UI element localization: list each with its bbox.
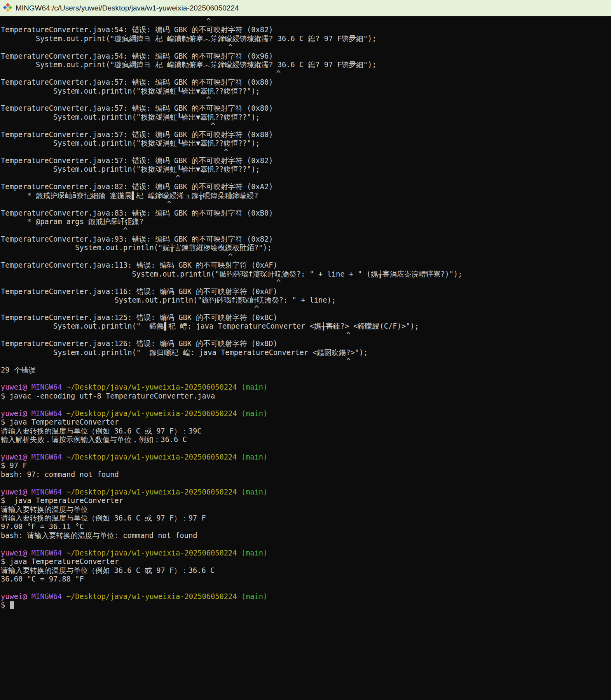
program-output-line: 请输入要转换的温度与单位（例如 36.6 C 或 97 F）：36.6 C (1, 566, 611, 575)
compiler-error-line: TemperatureConverter.java:54: 错误: 编码 GBK… (1, 26, 611, 34)
command-line: $ java TemperatureConverter (1, 557, 611, 566)
source-code-line: System.out.println(" 鍗曟▌杞 嶆: java Temper… (1, 322, 611, 331)
compiler-error-line: TemperatureConverter.java:57: 错误: 编码 GBK… (1, 157, 611, 165)
prompt-msystem: MINGW64 (27, 383, 62, 391)
caret-line: ^ (1, 226, 611, 235)
prompt-user: yuwei@ (1, 488, 27, 496)
prompt-branch: (main) (237, 409, 268, 418)
source-code-line: System.out.print("璇疯緭鍏ヨ 杞 崲鐨勬俯搴︿笌鍗曚綅锛堜緥濡… (1, 35, 611, 43)
caret-line: ^ (1, 17, 611, 26)
blank-line (1, 400, 611, 409)
blank-line (1, 374, 611, 383)
program-output-line: 36.60 °C = 97.88 °F (1, 575, 611, 583)
caret-line: ^ (1, 70, 611, 78)
command-line: $ java TemperatureConverter (1, 496, 611, 505)
caret-line: ^ (1, 357, 611, 366)
blank-line (1, 540, 611, 549)
prompt-line: yuwei@ MINGW64 ~/Desktop/java/w1-yuweixi… (1, 592, 611, 601)
prompt-user: yuwei@ (1, 409, 27, 418)
source-code-line: System.out.println("鏃犳硶瑙f瀽琛屽唴瀹癸?: " + li… (1, 296, 611, 305)
compiler-error-line: TemperatureConverter.java:113: 错误: 编码 GB… (1, 261, 611, 270)
compiler-error-line: TemperatureConverter.java:82: 错误: 编码 GBK… (1, 183, 611, 191)
prompt-line: yuwei@ MINGW64 ~/Desktop/java/w1-yuweixi… (1, 383, 611, 392)
prompt-user: yuwei@ (1, 453, 27, 461)
prompt-user: yuwei@ (1, 549, 27, 557)
prompt-branch: (main) (237, 383, 268, 391)
caret-line: ^ (1, 174, 611, 183)
prompt-line: yuwei@ MINGW64 ~/Desktop/java/w1-yuweixi… (1, 409, 611, 418)
source-code-line: System.out.println("鏃犳硶瑙f瀽琛屽唴瀹癸?: " + li… (1, 270, 611, 279)
source-code-line: * @param args 鍛戒护琛屽弬鏁? (1, 218, 611, 226)
program-output-line: 请输入要转换的温度与单位（例如 36.6 C 或 97 F）：39C (1, 427, 611, 435)
source-code-line: System.out.println("杈撳叆涓虹┖锛岀▼搴忛??鍑恒??"); (1, 113, 611, 122)
source-code-line: System.out.println("杈撳叆涓虹┖锛岀▼搴忛??鍑恒??"); (1, 139, 611, 148)
prompt-path: ~/Desktop/java/w1-yuweixia-202506050224 (62, 488, 237, 496)
command-line: $ 97 F (1, 461, 611, 470)
caret-line: ^ (1, 200, 611, 209)
prompt-line: yuwei@ MINGW64 ~/Desktop/java/w1-yuweixi… (1, 453, 611, 461)
compiler-error-line: TemperatureConverter.java:125: 错误: 编码 GB… (1, 313, 611, 322)
command-line: $ javac -encoding utf-8 TemperatureConve… (1, 392, 611, 400)
msys2-logo-icon (3, 3, 13, 13)
terminal-screen[interactable]: ^TemperatureConverter.java:54: 错误: 编码 GB… (0, 16, 611, 610)
cursor-line: $ (1, 601, 611, 609)
caret-line: ^ (1, 122, 611, 130)
source-code-line: System.out.println("杈撳叆涓虹┖锛岀▼搴忛??鍑恒??"); (1, 165, 611, 174)
program-output-line: 请输入要转换的温度与单位（例如 36.6 C 或 97 F）：97 F (1, 514, 611, 522)
caret-line: ^ (1, 96, 611, 104)
source-code-line: System.out.println("娓╁害鍊煎繀椤绘槸鏁板瓧銆?"); (1, 244, 611, 252)
compiler-error-line: TemperatureConverter.java:126: 错误: 编码 GB… (1, 340, 611, 348)
command-line: $ java TemperatureConverter (1, 418, 611, 427)
prompt-branch: (main) (237, 549, 268, 557)
caret-line: ^ (1, 279, 611, 287)
caret-line: ^ (1, 252, 611, 261)
source-code-line: * 鍛戒护琛屾ā寮忋細鍮 寔鍦晨▌杞 崲鍗曚綅浠ュ鎵╁睍鍏朵粬鍗曚綅? (1, 192, 611, 200)
program-output-line: bash: 97: command not found (1, 470, 611, 479)
source-code-line: System.out.print("璇疯緭鍏ヨ 杞 崲鐨勬俯搴︿笌鍗曚綅锛堜緥濡… (1, 61, 611, 69)
compiler-error-line: TemperatureConverter.java:57: 错误: 编码 GBK… (1, 78, 611, 87)
compiler-error-line: TemperatureConverter.java:93: 错误: 编码 GBK… (1, 235, 611, 244)
caret-line: ^ (1, 148, 611, 157)
prompt-path: ~/Desktop/java/w1-yuweixia-202506050224 (62, 592, 237, 601)
prompt-msystem: MINGW64 (27, 549, 62, 557)
program-output-line: 请输入要转换的温度与单位 (1, 505, 611, 514)
compiler-error-line: TemperatureConverter.java:57: 错误: 编码 GBK… (1, 104, 611, 113)
caret-line: ^ (1, 331, 611, 340)
caret-line: ^ (1, 305, 611, 313)
source-code-line: System.out.println(" 鎵归噺杞 崲: java Temper… (1, 348, 611, 357)
prompt-msystem: MINGW64 (27, 409, 62, 418)
compiler-error-line: TemperatureConverter.java:116: 错误: 编码 GB… (1, 287, 611, 296)
error-count-line: 29 个错误 (1, 366, 611, 374)
prompt-line: yuwei@ MINGW64 ~/Desktop/java/w1-yuweixi… (1, 488, 611, 496)
window-title: MINGW64:/c/Users/yuwei/Desktop/java/w1-y… (16, 4, 239, 12)
prompt-branch: (main) (237, 488, 268, 496)
caret-line: ^ (1, 43, 611, 52)
compiler-error-line: TemperatureConverter.java:54: 错误: 编码 GBK… (1, 52, 611, 61)
prompt-msystem: MINGW64 (27, 488, 62, 496)
prompt-branch: (main) (237, 453, 268, 461)
blank-line (1, 583, 611, 592)
prompt-path: ~/Desktop/java/w1-yuweixia-202506050224 (62, 383, 237, 391)
blank-line (1, 479, 611, 488)
source-code-line: System.out.println("杈撳叆涓虹┖锛岀▼搴忛??鍑恒??"); (1, 87, 611, 96)
blank-line (1, 444, 611, 453)
compiler-error-line: TemperatureConverter.java:83: 错误: 编码 GBK… (1, 209, 611, 218)
prompt-user: yuwei@ (1, 383, 27, 391)
mintty-terminal-window: MINGW64:/c/Users/yuwei/Desktop/java/w1-y… (0, 0, 611, 700)
prompt-path: ~/Desktop/java/w1-yuweixia-202506050224 (62, 453, 237, 461)
program-output-line: bash: 请输入要转换的温度与单位: command not found (1, 531, 611, 540)
program-output-line: 97.00 °F = 36.11 °C (1, 522, 611, 531)
prompt-msystem: MINGW64 (27, 592, 62, 601)
prompt-msystem: MINGW64 (27, 453, 62, 461)
prompt-path: ~/Desktop/java/w1-yuweixia-202506050224 (62, 549, 237, 557)
prompt-branch: (main) (237, 592, 268, 601)
text-cursor (10, 601, 14, 609)
prompt-line: yuwei@ MINGW64 ~/Desktop/java/w1-yuweixi… (1, 549, 611, 557)
prompt-user: yuwei@ (1, 592, 27, 601)
program-output-line: 输入解析失败，请按示例输入数值与单位，例如：36.6 C (1, 435, 611, 444)
compiler-error-line: TemperatureConverter.java:57: 错误: 编码 GBK… (1, 131, 611, 139)
window-titlebar[interactable]: MINGW64:/c/Users/yuwei/Desktop/java/w1-y… (0, 0, 611, 16)
prompt-path: ~/Desktop/java/w1-yuweixia-202506050224 (62, 409, 237, 418)
